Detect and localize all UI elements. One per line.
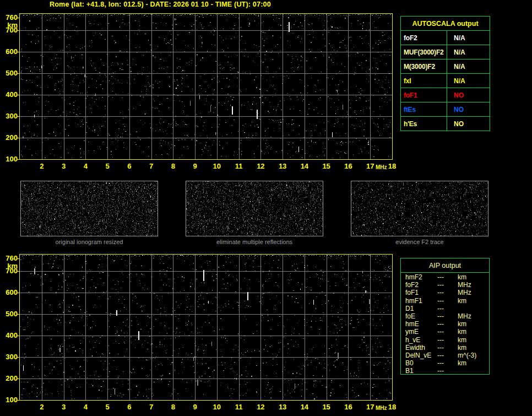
aip-table-row: hmF2---km [401,273,489,281]
y-axis-tick [17,293,19,293]
thumbnail-multiple-reflections [186,181,323,236]
autoscala-table-row: foF2N/A [401,30,490,45]
x-tick-label: 16 [339,163,357,170]
x-tick-label: 2 [33,163,51,170]
y-axis-tick [17,95,19,95]
aip-param-value: --- [437,367,444,375]
autoscala-table-row: MUF(3000)F2N/A [401,45,490,59]
x-tick-label: 7 [143,163,160,170]
aip-param-label: h_vE [405,336,420,344]
y-tick-label: 760 [0,14,18,21]
window-title: Rome (lat: +41.8, lon: 012.5) - DATE: 20… [50,1,271,8]
y-axis-tick [17,52,19,52]
x-tick-label: 15 [318,403,335,410]
y-axis-tick [17,30,19,31]
y-axis-tick [17,116,19,117]
aip-table-row: foE---MHz [401,312,489,320]
x-tick-label: 16 [339,403,357,410]
aip-param-unit: km [458,320,466,328]
x-tick-label: 13 [274,163,291,170]
aip-param-value: --- [437,273,444,281]
aip-param-unit: km [458,336,466,344]
y-tick-label: 500 [0,69,18,77]
x-tick-label: 8 [164,163,182,170]
aip-param-unit: km [458,344,466,352]
y-axis-tick [17,379,19,379]
y-tick-label: 200 [0,134,18,142]
aip-table-row: ymE---km [401,328,489,336]
y-axis-unit-label: km [0,21,18,29]
aip-param-label: hmF2 [405,273,422,281]
autoscala-param-label: MUF(3000)F2 [401,45,447,59]
y-tick-label: 400 [0,91,18,99]
aip-param-label: foF2 [405,281,419,289]
y-tick-label: 300 [0,112,18,120]
thumbnail-caption-reflections: eliminate multiple reflections [186,239,323,245]
autoscala-param-label: fxI [401,74,447,88]
x-tick-label: 13 [274,403,291,410]
autoscala-param-label: M(3000)F2 [401,60,447,73]
x-axis-unit-label: MHz [376,406,387,411]
aip-param-unit: m^(-3) [458,352,476,359]
ionogram-canvas-secondary [20,255,392,400]
aip-param-value: --- [437,281,444,289]
y-axis-tick [17,159,19,160]
aip-param-value: --- [437,336,444,344]
y-axis-tick [17,314,19,315]
autoscala-param-value: N/A [447,45,490,59]
y-tick-label: 600 [0,289,18,296]
thumbnail-caption-f2trace: evidence F2 trace [351,239,488,245]
x-tick-label: 12 [252,403,269,410]
aip-table-rows: hmF2---kmfoF2---MHzfoF1---MHzhmF1---kmD1… [401,273,489,373]
aip-param-unit: MHz [458,312,471,320]
x-tick-label: 3 [55,163,73,170]
aip-param-value: --- [437,344,444,352]
x-tick-label: 6 [121,163,138,170]
x-tick-label: 4 [77,403,94,410]
x-tick-label: 12 [252,163,269,170]
autoscala-param-value: NO [447,117,490,131]
autoscala-param-label: foF2 [401,31,447,45]
x-tick-label: 4 [77,163,94,170]
aip-param-label: D1 [405,305,414,312]
aip-param-unit: km [458,273,466,281]
aip-param-unit: km [458,359,466,367]
y-tick-label: 500 [0,310,18,318]
x-tick-label: 9 [186,403,204,410]
aip-table-row: DelN_vE---m^(-3) [401,352,489,359]
autoscala-param-value: N/A [447,31,490,45]
x-tick-label: 11 [230,403,248,410]
ionogram-plot-main [19,13,393,160]
aip-table-row: hmE---km [401,320,489,328]
x-tick-label: 5 [99,163,116,170]
autoscala-param-value: N/A [447,60,490,73]
autoscala-param-value: NO [447,102,490,116]
autoscala-param-value: NO [447,88,490,102]
aip-output-table: AIP output hmF2---kmfoF2---MHzfoF1---MHz… [400,258,490,375]
aip-param-value: --- [437,328,444,336]
aip-param-label: foF1 [405,289,419,296]
autoscala-table-title: AUTOSCALA output [401,17,490,30]
aip-param-unit: km [458,297,466,305]
y-axis-tick [17,336,19,336]
autoscala-table-row: ftEsNO [401,102,490,116]
aip-param-label: B1 [405,367,414,375]
autoscala-param-label: foF1 [401,88,447,102]
x-tick-label: 15 [318,163,335,170]
x-tick-label: 10 [208,403,226,410]
autoscala-table-row: h'EsNO [401,116,490,131]
aip-param-value: --- [437,289,444,296]
aip-param-value: --- [437,297,444,305]
aip-table-row: B1--- [401,367,489,375]
aip-table-row: foF2---MHz [401,281,489,289]
aip-param-value: --- [437,352,444,359]
aip-param-label: Ewidth [405,344,425,352]
aip-table-title: AIP output [401,258,489,273]
aip-table-row: B0---km [401,359,489,367]
y-axis-tick [17,400,19,401]
aip-param-value: --- [437,359,444,367]
y-axis-tick [17,73,19,74]
aip-table-row: foF1---MHz [401,289,489,296]
aip-param-value: --- [437,305,444,312]
y-axis-tick [17,258,19,259]
